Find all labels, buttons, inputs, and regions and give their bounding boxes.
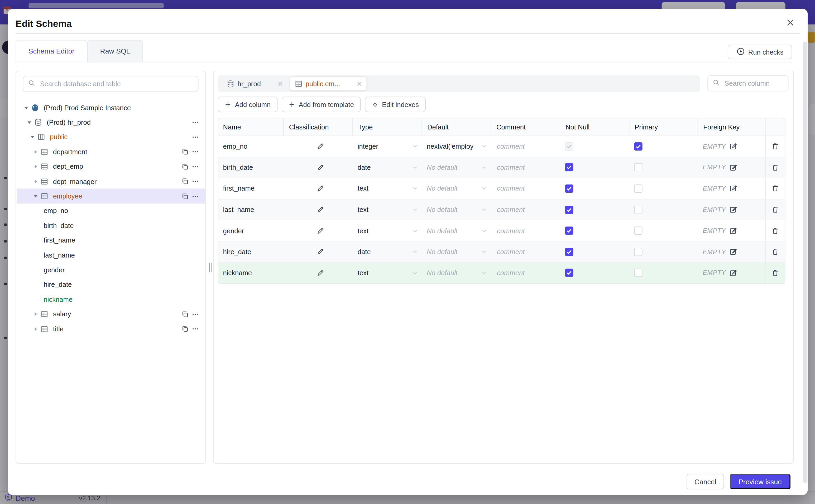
tree-search-input[interactable]	[39, 80, 193, 89]
add-column-button[interactable]: Add column	[218, 97, 277, 112]
trash-icon[interactable]	[771, 269, 779, 277]
copy-icon[interactable]	[180, 191, 190, 201]
copy-icon[interactable]	[180, 161, 190, 172]
tree-item-salary[interactable]: salary	[17, 307, 205, 322]
copy-icon[interactable]	[180, 309, 190, 319]
default-select[interactable]: No default	[422, 227, 491, 235]
pencil-icon[interactable]	[288, 269, 352, 277]
not-null-checkbox[interactable]	[565, 185, 574, 193]
more-menu-icon[interactable]	[190, 132, 200, 142]
trash-icon[interactable]	[771, 248, 779, 256]
comment-input[interactable]	[496, 226, 553, 235]
tab-raw-sql[interactable]: Raw SQL	[87, 40, 143, 62]
default-select[interactable]: No default	[422, 206, 491, 214]
default-select[interactable]: nextval('employ	[422, 143, 491, 151]
pencil-icon[interactable]	[288, 227, 352, 235]
copy-icon[interactable]	[180, 147, 190, 157]
column-name-field[interactable]: first_name	[218, 185, 283, 193]
close-icon[interactable]	[277, 81, 283, 86]
copy-icon[interactable]	[180, 324, 190, 334]
more-menu-icon[interactable]	[190, 147, 200, 157]
pencil-icon[interactable]	[288, 143, 352, 151]
tree-item-public[interactable]: public	[17, 130, 205, 144]
tree-item-hire_date[interactable]: hire_date	[17, 277, 205, 292]
tree-item--Prod-hr_prod[interactable]: (Prod) hr_prod	[17, 115, 205, 130]
caret-down-icon[interactable]	[30, 194, 40, 198]
add-from-template-button[interactable]: Add from template	[281, 97, 360, 112]
column-search-input[interactable]	[724, 79, 783, 88]
more-menu-icon[interactable]	[190, 176, 200, 186]
caret-right-icon[interactable]	[30, 149, 40, 154]
pencil-icon[interactable]	[288, 164, 352, 172]
more-menu-icon[interactable]	[190, 191, 200, 201]
edit-foreign-key-icon[interactable]	[729, 185, 737, 193]
column-name-field[interactable]: hire_date	[218, 248, 283, 256]
column-name-field[interactable]: last_name	[218, 206, 283, 214]
close-icon[interactable]	[784, 17, 796, 28]
not-null-checkbox[interactable]	[565, 269, 574, 277]
trash-icon[interactable]	[771, 164, 779, 172]
column-name-field[interactable]: emp_no	[218, 143, 283, 151]
caret-right-icon[interactable]	[30, 164, 40, 169]
more-menu-icon[interactable]	[190, 309, 200, 319]
type-select[interactable]: date	[352, 164, 422, 172]
edit-foreign-key-icon[interactable]	[729, 206, 737, 214]
primary-checkbox[interactable]	[634, 206, 643, 214]
type-select[interactable]: integer	[352, 143, 422, 151]
not-null-checkbox[interactable]	[565, 206, 574, 214]
column-name-field[interactable]: gender	[218, 227, 283, 235]
type-select[interactable]: text	[352, 185, 422, 193]
cancel-button[interactable]: Cancel	[687, 474, 724, 489]
more-menu-icon[interactable]	[190, 161, 200, 172]
primary-checkbox[interactable]	[634, 142, 643, 151]
comment-input[interactable]	[496, 205, 553, 214]
not-null-checkbox[interactable]	[565, 163, 574, 172]
trash-icon[interactable]	[771, 185, 779, 193]
primary-checkbox[interactable]	[634, 269, 643, 277]
more-menu-icon[interactable]	[190, 117, 200, 128]
caret-down-icon[interactable]	[24, 120, 34, 125]
pencil-icon[interactable]	[288, 206, 352, 214]
caret-down-icon[interactable]	[27, 135, 37, 139]
primary-checkbox[interactable]	[634, 227, 643, 235]
primary-checkbox[interactable]	[634, 248, 643, 256]
default-select[interactable]: No default	[422, 164, 491, 172]
tree-item-title[interactable]: title	[17, 322, 205, 336]
edit-indexes-button[interactable]: Edit indexes	[365, 97, 426, 112]
trash-icon[interactable]	[771, 206, 779, 214]
edit-foreign-key-icon[interactable]	[729, 143, 737, 151]
tree-item-gender[interactable]: gender	[17, 263, 205, 277]
run-checks-button[interactable]: Run checks	[728, 45, 792, 59]
type-select[interactable]: date	[352, 248, 422, 256]
comment-input[interactable]	[496, 142, 553, 151]
edit-foreign-key-icon[interactable]	[729, 248, 737, 256]
tree-item-birth_date[interactable]: birth_date	[17, 218, 205, 233]
preview-issue-button[interactable]: Preview issue	[730, 474, 791, 489]
caret-right-icon[interactable]	[30, 179, 40, 184]
type-select[interactable]: text	[352, 206, 422, 214]
caret-right-icon[interactable]	[30, 312, 40, 317]
not-null-checkbox[interactable]	[565, 227, 574, 235]
tree-item-last_name[interactable]: last_name	[17, 248, 205, 263]
caret-right-icon[interactable]	[30, 327, 40, 331]
trash-icon[interactable]	[771, 143, 779, 151]
comment-input[interactable]	[496, 163, 553, 172]
type-select[interactable]: text	[352, 269, 422, 277]
edit-foreign-key-icon[interactable]	[729, 227, 737, 235]
type-select[interactable]: text	[352, 227, 422, 235]
tree-item-employee[interactable]: employee	[17, 189, 205, 203]
default-select[interactable]: No default	[422, 185, 491, 193]
tree-item-department[interactable]: department	[17, 144, 205, 159]
tree-item--Prod-Prod-Sample-Instance[interactable]: (Prod) Prod Sample Instance	[17, 100, 205, 115]
editor-tab-public.em...[interactable]: public.em...	[289, 76, 367, 91]
comment-input[interactable]	[496, 269, 553, 278]
more-menu-icon[interactable]	[190, 324, 200, 334]
editor-tab-hr_prod[interactable]: hr_prod	[222, 77, 287, 90]
close-icon[interactable]	[356, 81, 362, 86]
tree-item-emp_no[interactable]: emp_no	[17, 203, 205, 218]
primary-checkbox[interactable]	[634, 185, 643, 193]
not-null-checkbox[interactable]	[565, 248, 574, 256]
default-select[interactable]: No default	[422, 248, 491, 256]
tree-item-nickname[interactable]: nickname	[17, 292, 205, 307]
column-name-field[interactable]: nickname	[218, 269, 283, 277]
